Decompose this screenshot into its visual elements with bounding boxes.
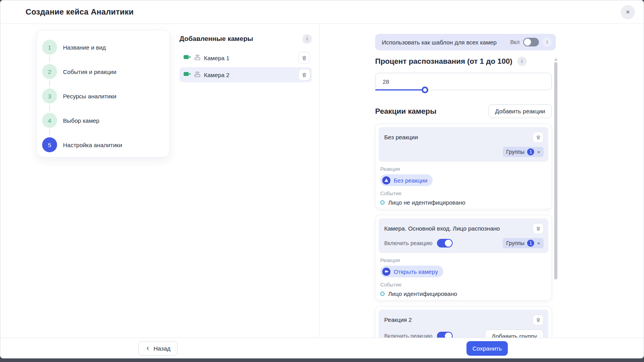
close-icon: × bbox=[626, 8, 630, 16]
toggle-on-label: Вкл bbox=[510, 39, 520, 45]
step-label: Настройка аналитики bbox=[63, 142, 122, 148]
info-icon: i bbox=[546, 39, 548, 45]
delete-reaction-button[interactable] bbox=[533, 132, 544, 143]
close-button[interactable]: × bbox=[621, 5, 635, 19]
scrollbar-thumb[interactable] bbox=[554, 62, 557, 279]
step-label: Ресурсы аналитики bbox=[63, 93, 117, 100]
analytics-settings-panel: Использовать как шаблон для всех камер В… bbox=[375, 24, 552, 358]
bridge-device-icon bbox=[194, 71, 201, 79]
trash-icon bbox=[536, 317, 541, 323]
step-label: События и реакции bbox=[63, 68, 117, 75]
step-analytics-resources[interactable]: 3 Ресурсы аналитики bbox=[42, 84, 169, 108]
use-as-template-bar: Использовать как шаблон для всех камер В… bbox=[375, 34, 556, 50]
groups-chip-label: Группы bbox=[506, 149, 525, 155]
groups-chip[interactable]: Группы 1 × bbox=[503, 147, 544, 157]
bridge-device-icon bbox=[194, 54, 201, 62]
groups-chip[interactable]: Группы 1 × bbox=[503, 238, 544, 248]
info-icon: i bbox=[521, 59, 522, 64]
reaction-card: Без реакции Группы 1 × Реакция bbox=[375, 124, 552, 209]
reaction-label: Реакция bbox=[380, 257, 547, 263]
event-dot-icon bbox=[380, 200, 385, 205]
enable-reaction-label: Включить реакцию bbox=[384, 240, 433, 246]
recognition-slider[interactable] bbox=[375, 89, 552, 90]
reaction-card-title: Реакция 2 bbox=[384, 314, 412, 323]
vertical-divider bbox=[319, 24, 320, 338]
camera-reactions-heading: Реакции камеры bbox=[375, 107, 437, 116]
step-events-and-reactions[interactable]: 2 События и реакции bbox=[42, 59, 169, 84]
recognition-percent-input[interactable] bbox=[375, 73, 552, 90]
back-button-label: Назад bbox=[154, 345, 170, 352]
use-as-template-label: Использовать как шаблон для всех камер bbox=[382, 39, 497, 46]
toggle-knob bbox=[445, 240, 452, 247]
trash-icon bbox=[536, 226, 541, 231]
groups-count-badge: 1 bbox=[527, 240, 534, 247]
camera-icon bbox=[183, 54, 191, 61]
event-label: Событие bbox=[380, 282, 547, 288]
page-background-edge bbox=[0, 358, 644, 362]
camera-name: Камера 2 bbox=[204, 72, 229, 78]
reaction-pill[interactable]: Открыть камеру bbox=[380, 266, 443, 277]
reaction-card-title: Без реакции bbox=[384, 132, 418, 140]
event-label: Событие bbox=[380, 190, 547, 196]
remove-groups-icon[interactable]: × bbox=[537, 240, 540, 246]
step-camera-selection[interactable]: 4 Выбор камер bbox=[42, 108, 169, 133]
recognition-slider-fill bbox=[375, 89, 425, 90]
template-info-button[interactable]: i bbox=[542, 37, 552, 47]
event-text: Лицо не идентифицировано bbox=[388, 199, 465, 206]
trash-icon bbox=[302, 55, 307, 61]
reaction-label: Реакция bbox=[380, 166, 547, 172]
save-button[interactable]: Сохранить bbox=[466, 341, 508, 356]
reaction-pill-text: Открыть камеру bbox=[394, 268, 438, 275]
reaction-card: Камера. Основной вход. Лицо распознано В… bbox=[375, 215, 552, 301]
event-dot-icon bbox=[380, 292, 385, 296]
page-title: Создание кейса Аналитики bbox=[26, 7, 134, 17]
scrollbar-up-arrow[interactable] bbox=[554, 58, 557, 61]
step-name-and-type[interactable]: 1 Название и вид bbox=[42, 35, 169, 59]
step-number: 4 bbox=[42, 113, 57, 128]
step-number: 3 bbox=[42, 89, 57, 103]
trash-icon bbox=[536, 135, 541, 140]
reaction-pill-text: Без реакции bbox=[394, 177, 427, 184]
groups-chip-label: Группы bbox=[506, 240, 525, 246]
no-reaction-icon bbox=[382, 176, 390, 185]
toggle-knob bbox=[524, 39, 531, 46]
chevron-left-icon bbox=[145, 346, 150, 351]
step-number: 2 bbox=[42, 64, 57, 79]
camera-row-2[interactable]: Камера 2 bbox=[180, 67, 312, 82]
delete-camera-button[interactable] bbox=[298, 69, 310, 81]
recognition-info-button[interactable]: i bbox=[517, 57, 527, 66]
added-cameras-title: Добавленные камеры bbox=[180, 35, 253, 43]
modal-footer: Назад Сохранить bbox=[0, 338, 644, 358]
open-camera-icon bbox=[382, 268, 390, 276]
recognition-percent-heading: Процент распознавания (от 1 до 100) bbox=[375, 57, 513, 66]
cameras-info-button[interactable]: i bbox=[302, 34, 312, 44]
trash-icon bbox=[302, 72, 307, 78]
added-cameras-section: Добавленные камеры i Камера 1 bbox=[180, 34, 312, 84]
info-icon: i bbox=[306, 36, 307, 42]
camera-row-1[interactable]: Камера 1 bbox=[180, 50, 312, 65]
step-label: Название и вид bbox=[63, 44, 106, 51]
camera-name: Камера 1 bbox=[204, 55, 229, 61]
delete-reaction-button[interactable] bbox=[533, 314, 544, 325]
modal-header: Создание кейса Аналитики × bbox=[0, 0, 644, 24]
remove-groups-icon[interactable]: × bbox=[537, 149, 540, 155]
step-label: Выбор камер bbox=[63, 117, 99, 124]
back-button[interactable]: Назад bbox=[138, 341, 178, 356]
camera-icon bbox=[183, 71, 191, 78]
step-analytics-settings[interactable]: 5 Настройка аналитики bbox=[42, 133, 169, 157]
groups-count-badge: 1 bbox=[527, 148, 534, 155]
reaction-card-title: Камера. Основной вход. Лицо распознано bbox=[384, 223, 500, 232]
delete-camera-button[interactable] bbox=[298, 52, 310, 64]
delete-reaction-button[interactable] bbox=[533, 223, 544, 234]
enable-reaction-toggle[interactable] bbox=[437, 239, 453, 247]
stepper: 1 Название и вид 2 События и реакции 3 Р… bbox=[37, 30, 170, 157]
add-reactions-button[interactable]: Добавить реакции bbox=[489, 104, 552, 118]
step-number: 5 bbox=[42, 137, 57, 152]
event-text: Лицо идентифицировано bbox=[388, 290, 457, 297]
step-number: 1 bbox=[42, 40, 57, 55]
use-as-template-toggle[interactable] bbox=[523, 38, 539, 46]
reaction-pill[interactable]: Без реакции bbox=[380, 174, 433, 186]
recognition-slider-knob[interactable] bbox=[422, 87, 428, 93]
create-analytics-case-modal: Создание кейса Аналитики × 1 Название и … bbox=[0, 0, 644, 358]
